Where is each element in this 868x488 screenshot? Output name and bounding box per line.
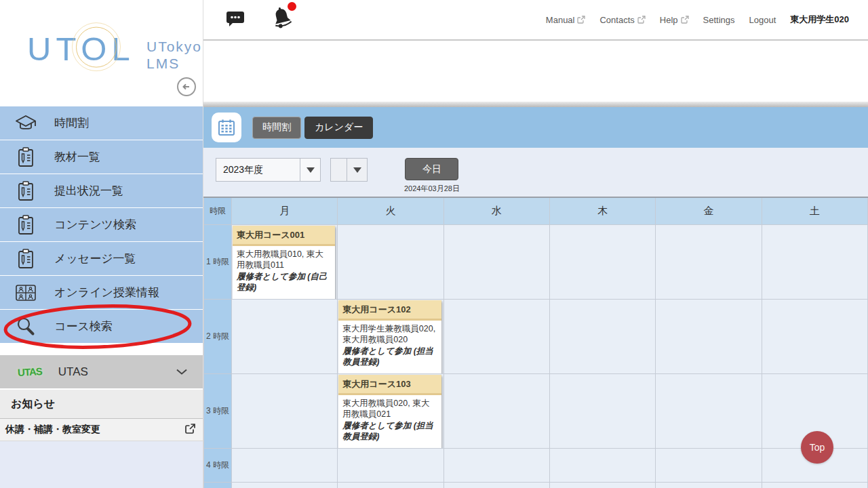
- timetable-cell: [232, 299, 338, 373]
- day-header-wed: 水: [443, 197, 549, 224]
- notifications-bell-icon[interactable]: [270, 5, 294, 35]
- clipboard-icon: [14, 247, 38, 271]
- today-button[interactable]: 今日: [405, 158, 458, 180]
- sidebar-item-label: コース検索: [54, 319, 113, 334]
- sidebar-collapse-button[interactable]: [177, 77, 196, 96]
- sidebar-item-submissions[interactable]: 提出状況一覧: [0, 174, 203, 207]
- panel-shadow: [203, 102, 868, 107]
- term-select[interactable]: [330, 158, 368, 182]
- course-body: 東大用教職員010, 東大用教職員011 履修者として参加 (自己登録): [233, 246, 335, 299]
- scroll-to-top-label: Top: [810, 442, 825, 453]
- sidebar-item-content-search[interactable]: コンテンツ検索: [0, 208, 203, 241]
- topbar-links: Manual Contacts Help: [546, 14, 849, 26]
- manual-link[interactable]: Manual: [546, 15, 586, 25]
- news-link-class-changes[interactable]: 休講・補講・教室変更: [0, 419, 203, 441]
- timetable-cell: [762, 299, 867, 373]
- people-grid-icon: [14, 281, 38, 305]
- logout-link-label: Logout: [749, 15, 776, 25]
- clipboard-icon: [14, 145, 38, 169]
- course-body: 東大用教職員020, 東大用教職員021 履修者として参加 (担当教員登録): [338, 395, 441, 448]
- timetable-cell: [549, 448, 655, 482]
- logo-o-ring: O: [81, 30, 111, 68]
- logo-subtitle-top: UTokyo: [146, 38, 202, 55]
- course-title: 東大用コース103: [338, 375, 441, 395]
- sidebar-divider: [0, 344, 203, 355]
- period-label: 2 時限: [204, 299, 232, 373]
- manual-link-label: Manual: [546, 15, 575, 25]
- tab-timetable-label: 時間割: [262, 121, 291, 134]
- timetable-row-period4: 4 時限: [204, 448, 868, 482]
- sidebar-item-utas[interactable]: UTAS UTAS: [0, 355, 203, 388]
- sidebar-item-label: 時間割: [54, 115, 89, 131]
- scroll-to-top-button[interactable]: Top: [801, 431, 833, 464]
- help-link[interactable]: Help: [660, 15, 689, 25]
- logo-area: UTOL UTokyo LMS: [0, 0, 203, 106]
- news-link-label: 休講・補講・教室変更: [5, 424, 100, 436]
- timetable-cell: [762, 224, 867, 299]
- timetable-row-period2: 2 時限 東大用コース102 東大用学生兼教職員020, 東大用教職員020 履…: [204, 299, 868, 373]
- course-instructors: 東大用教職員020, 東大用教職員021: [342, 399, 429, 419]
- timetable-cell: [656, 448, 762, 482]
- day-header-mon: 月: [232, 197, 338, 224]
- username: 東大用学生020: [790, 14, 849, 26]
- utas-logo: UTAS: [18, 365, 43, 378]
- timetable-cell: [443, 373, 549, 448]
- today-group: 今日 2024年03月28日: [404, 158, 460, 194]
- tab-timetable[interactable]: 時間割: [252, 117, 301, 139]
- sidebar-item-label: オンライン授業情報: [54, 285, 159, 300]
- settings-link-label: Settings: [703, 15, 735, 25]
- timetable-cell: 東大用コース102 東大用学生兼教職員020, 東大用教職員020 履修者として…: [338, 299, 443, 373]
- sidebar-item-label: メッセージ一覧: [54, 251, 136, 266]
- search-icon: [14, 314, 38, 339]
- timetable-cell: [338, 448, 443, 482]
- sidebar-item-materials[interactable]: 教材一覧: [0, 140, 203, 174]
- timetable-cell: [232, 373, 338, 448]
- course-title: 東大用コース102: [338, 300, 441, 321]
- top-bar: Manual Contacts Help: [203, 0, 868, 41]
- period-column-header: 時限: [204, 197, 232, 224]
- course-role: 履修者として参加 (担当教員登録): [342, 346, 437, 368]
- course-card-103[interactable]: 東大用コース103 東大用教職員020, 東大用教職員021 履修者として参加 …: [338, 375, 441, 448]
- sidebar-item-timetable[interactable]: 時間割: [0, 106, 203, 140]
- logo-subtitle: UTokyo LMS: [146, 38, 202, 72]
- timetable-cell: [762, 482, 867, 488]
- sidebar: UTOL UTokyo LMS 時間割: [0, 0, 203, 488]
- news-section-header: お知らせ: [0, 390, 203, 419]
- sidebar-item-label: 提出状況一覧: [54, 183, 123, 199]
- external-link-icon: [681, 16, 689, 24]
- timetable-controls: 2023年度 今日 2024年03月28日: [203, 148, 868, 197]
- timetable-cell: [443, 448, 549, 482]
- timetable-cell: [656, 224, 762, 299]
- timetable-header-row: 時限 月 火 水 木 金 土: [204, 197, 868, 224]
- chevron-down-icon: [176, 366, 188, 378]
- timetable-cell: [443, 224, 549, 299]
- utas-label: UTAS: [58, 365, 88, 379]
- logout-link[interactable]: Logout: [749, 15, 776, 25]
- timetable-cell: [549, 299, 655, 373]
- timetable-cell: [549, 373, 655, 448]
- year-select[interactable]: 2023年度: [216, 158, 321, 182]
- course-card-102[interactable]: 東大用コース102 東大用学生兼教職員020, 東大用教職員020 履修者として…: [338, 300, 441, 373]
- notification-badge: [288, 2, 296, 11]
- sidebar-item-messages[interactable]: メッセージ一覧: [0, 242, 203, 275]
- timetable-cell: [549, 482, 655, 488]
- course-card-001[interactable]: 東大用コース001 東大用教職員010, 東大用教職員011 履修者として参加 …: [233, 226, 335, 299]
- day-header-sat: 土: [762, 197, 867, 224]
- main-panel: Manual Contacts Help: [203, 0, 868, 488]
- contacts-link[interactable]: Contacts: [599, 15, 645, 25]
- tab-calendar[interactable]: カレンダー: [304, 117, 373, 139]
- today-button-label: 今日: [422, 163, 441, 176]
- arrow-left-icon: [181, 81, 192, 92]
- sidebar-item-course-search[interactable]: コース検索: [0, 310, 203, 343]
- timetable-cell: [656, 482, 762, 488]
- timetable-cell: [656, 373, 762, 448]
- timetable-row-period3: 3 時限 東大用コース103 東大用教職員020, 東大用教職員021 履修者と…: [204, 373, 868, 448]
- sidebar-item-online-class-info[interactable]: オンライン授業情報: [0, 276, 203, 309]
- messages-icon[interactable]: [225, 9, 245, 30]
- tab-calendar-label: カレンダー: [315, 121, 363, 134]
- view-tabs: 時間割 カレンダー: [252, 117, 373, 139]
- timetable-cell: [443, 299, 549, 373]
- settings-link[interactable]: Settings: [703, 15, 735, 25]
- sidebar-item-label: 教材一覧: [54, 149, 100, 165]
- dropdown-arrow: [347, 159, 367, 181]
